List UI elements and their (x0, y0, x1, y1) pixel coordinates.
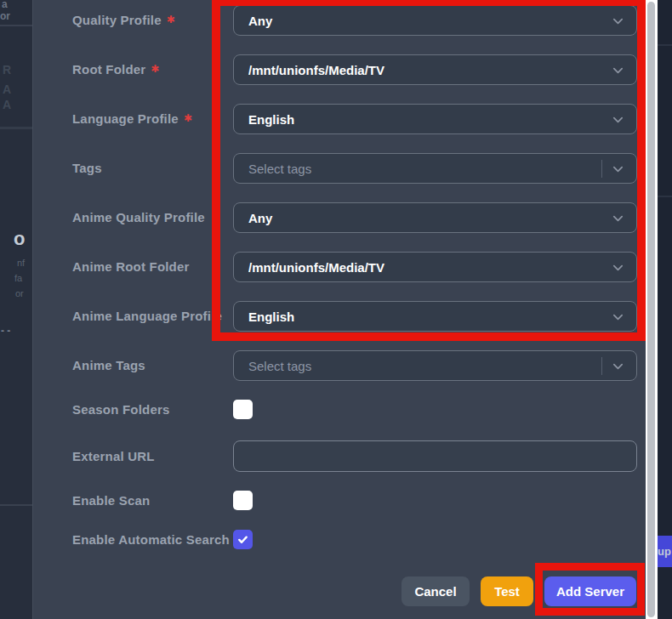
label-text: Enable Automatic Search (72, 532, 230, 547)
field-row-anime-tags: Anime Tags Select tags (33, 350, 646, 381)
cancel-button[interactable]: Cancel (401, 576, 470, 606)
field-label: Enable Automatic Search (72, 530, 230, 549)
field-label: Enable Scan (72, 491, 150, 510)
field-row-season-folders: Season Folders (33, 400, 646, 419)
backdrop-text-fragment: - - (1, 325, 10, 337)
add-server-button[interactable]: Add Server (544, 576, 636, 606)
backdrop-divider (658, 44, 672, 46)
backdrop-text-fragment: a (2, 0, 8, 10)
add-server-modal: Quality Profile✱ Any Root Folder✱ /mnt/u… (32, 0, 646, 619)
label-text: External URL (72, 449, 155, 463)
backdrop-text-fragment: R (3, 63, 11, 77)
selected-value: Any (248, 14, 612, 28)
selected-value: Any (248, 211, 612, 225)
enable-automatic-search-checkbox[interactable] (233, 530, 253, 549)
label-text: Anime Tags (72, 358, 145, 372)
backdrop-text-fragment: A (3, 98, 11, 111)
label-text: Anime Root Folder (72, 259, 190, 274)
chevron-down-icon (612, 310, 624, 323)
backdrop-purple-button-fragment: up (658, 536, 672, 567)
field-label: Season Folders (72, 400, 170, 419)
label-text: Anime Quality Profile (72, 210, 205, 224)
field-label: Anime Root Folder (72, 252, 190, 282)
label-text: Anime Language Profile (72, 309, 222, 323)
selected-value: English (248, 112, 612, 127)
test-button[interactable]: Test (481, 576, 533, 606)
required-asterisk: ✱ (151, 63, 159, 75)
label-text: Quality Profile (72, 13, 162, 27)
field-row-root-folder: Root Folder✱ /mnt/unionfs/Media/TV (33, 54, 646, 85)
field-label: Anime Tags (72, 350, 145, 381)
backdrop-divider (0, 504, 32, 506)
label-text: Tags (72, 161, 102, 175)
anime-language-profile-select[interactable]: English (233, 301, 637, 332)
field-label: Tags (72, 153, 102, 184)
chevron-down-icon (612, 360, 624, 372)
anime-root-folder-select[interactable]: /mnt/unionfs/Media/TV (233, 252, 637, 282)
field-row-enable-automatic-search: Enable Automatic Search (33, 530, 646, 549)
external-url-input[interactable] (233, 440, 637, 472)
selected-value: /mnt/unionfs/Media/TV (248, 260, 612, 275)
backdrop-text-fragment: o (14, 228, 25, 250)
label-text: Root Folder (72, 62, 145, 77)
backdrop-text-fragment: fa (14, 273, 22, 283)
chevron-down-icon (612, 261, 624, 274)
backdrop-divider (0, 127, 32, 129)
field-row-enable-scan: Enable Scan (33, 491, 646, 510)
enable-scan-checkbox[interactable] (233, 491, 253, 510)
chevron-down-icon (612, 14, 624, 27)
placeholder-text: Select tags (248, 162, 601, 176)
chevron-down-icon (612, 162, 624, 175)
field-label: Anime Quality Profile (72, 202, 205, 233)
placeholder-text: Select tags (248, 359, 601, 373)
quality-profile-select[interactable]: Any (233, 5, 637, 36)
field-row-language-profile: Language Profile✱ English (33, 104, 646, 134)
scrollbar-thumb[interactable] (647, 2, 655, 617)
selected-value: English (248, 310, 612, 324)
chevron-down-icon (612, 64, 624, 77)
field-row-tags: Tags Select tags (33, 153, 646, 184)
language-profile-select[interactable]: English (233, 104, 637, 134)
field-label: Quality Profile✱ (72, 5, 175, 37)
backdrop-divider (0, 25, 32, 26)
field-label: External URL (72, 440, 155, 472)
anime-tags-multiselect[interactable]: Select tags (233, 350, 637, 381)
chevron-down-icon (612, 212, 624, 224)
scrollbar-track[interactable] (646, 0, 658, 619)
field-row-anime-root-folder: Anime Root Folder /mnt/unionfs/Media/TV (33, 252, 646, 282)
chevron-down-icon (612, 113, 624, 126)
backdrop-divider (658, 196, 672, 197)
backdrop-text-fragment: or (0, 10, 10, 22)
label-text: Enable Scan (72, 493, 150, 508)
multiselect-divider (601, 160, 602, 178)
season-folders-checkbox[interactable] (233, 400, 253, 419)
backdrop-text-fragment: nf (17, 258, 25, 268)
required-asterisk: ✱ (167, 14, 175, 26)
backdrop-text-fragment: up (658, 545, 671, 558)
selected-value: /mnt/unionfs/Media/TV (248, 63, 612, 77)
field-label: Root Folder✱ (72, 54, 160, 86)
page-backdrop-right: up (658, 0, 672, 619)
field-label: Anime Language Profile (72, 301, 222, 332)
field-row-anime-quality-profile: Anime Quality Profile Any (33, 202, 646, 233)
multiselect-divider (601, 357, 602, 375)
field-row-anime-language-profile: Anime Language Profile English (33, 301, 646, 332)
tags-multiselect[interactable]: Select tags (233, 153, 637, 184)
field-label: Language Profile✱ (72, 104, 192, 135)
backdrop-text-fragment: A (3, 82, 11, 96)
label-text: Season Folders (72, 402, 170, 417)
label-text: Language Profile (72, 111, 179, 126)
check-icon (236, 533, 249, 546)
backdrop-text-fragment: or (15, 288, 24, 298)
root-folder-select[interactable]: /mnt/unionfs/Media/TV (233, 54, 637, 85)
anime-quality-profile-select[interactable]: Any (233, 202, 637, 233)
page-backdrop-left: a or R A A o nf fa or - - (0, 0, 32, 619)
field-row-external-url: External URL (33, 440, 646, 472)
field-row-quality-profile: Quality Profile✱ Any (33, 5, 646, 36)
required-asterisk: ✱ (184, 112, 192, 124)
